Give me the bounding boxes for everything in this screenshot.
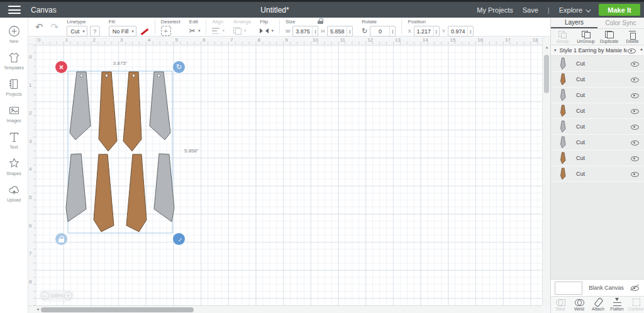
horizontal-scrollbar-thumb[interactable] bbox=[41, 307, 194, 312]
weld-button[interactable]: Weld bbox=[570, 297, 589, 313]
save-link[interactable]: Save bbox=[523, 6, 538, 14]
eye-icon[interactable] bbox=[627, 46, 636, 55]
sidebar-item-text[interactable]: Text bbox=[7, 130, 21, 149]
layer-row[interactable]: Cut bbox=[551, 72, 644, 88]
width-input[interactable]: 3.875 ▴▾ bbox=[292, 26, 318, 37]
canvas-menu-label[interactable]: Canvas bbox=[31, 6, 57, 14]
layer-row[interactable]: Cut bbox=[551, 166, 644, 182]
eye-icon[interactable] bbox=[630, 169, 639, 178]
caret-down-icon[interactable]: ▾ bbox=[198, 28, 201, 33]
chevron-down-icon bbox=[586, 7, 591, 12]
layer-row[interactable]: Cut bbox=[551, 103, 644, 119]
width-stepper[interactable]: ▴▾ bbox=[312, 26, 318, 36]
layer-row[interactable]: Cut bbox=[551, 88, 644, 103]
position-y-input[interactable]: 0.974 ▴▾ bbox=[448, 26, 474, 37]
rotate-input[interactable]: 0 ▴▾ bbox=[370, 26, 396, 37]
eye-icon[interactable] bbox=[630, 106, 639, 115]
hamburger-menu-icon[interactable] bbox=[8, 6, 21, 14]
zoom-out-button[interactable]: − bbox=[41, 292, 49, 300]
eye-icon[interactable] bbox=[630, 91, 639, 100]
position-x-stepper[interactable]: ▴▾ bbox=[433, 26, 439, 36]
resize-selection-handle[interactable]: ↔ bbox=[173, 233, 185, 245]
lock-selection-handle[interactable] bbox=[55, 233, 67, 245]
layer-group-title: Style 1 Earring by Maisie M... bbox=[560, 47, 627, 54]
fill-select[interactable]: No Fill▾ bbox=[109, 26, 136, 37]
sidebar-item-projects[interactable]: Projects bbox=[6, 77, 21, 96]
edit-group: Edit ✂ ▾ bbox=[185, 18, 205, 36]
rotate-stepper[interactable]: ▴▾ bbox=[389, 26, 395, 36]
blank-canvas-row[interactable]: Blank Canvas bbox=[551, 279, 644, 296]
layer-row[interactable]: Cut bbox=[551, 135, 644, 151]
flip-icon[interactable] bbox=[260, 27, 269, 35]
explore-menu[interactable]: Explore bbox=[559, 6, 589, 14]
duplicate-button[interactable]: Duplicate bbox=[597, 29, 621, 45]
layer-row[interactable]: Cut bbox=[551, 119, 644, 135]
lock-aspect-icon[interactable] bbox=[318, 18, 323, 24]
pen-color-icon[interactable] bbox=[139, 26, 149, 37]
deselect-icon[interactable]: + bbox=[161, 26, 171, 36]
panel-bottom-toolbar: SliceWeldAttachFlattenContour bbox=[551, 296, 644, 313]
my-projects-link[interactable]: My Projects bbox=[477, 6, 513, 14]
eye-icon[interactable] bbox=[630, 154, 639, 162]
caret-down-icon: ▾ bbox=[82, 29, 85, 34]
flip-group: Flip ▾ bbox=[255, 18, 278, 36]
layer-group-header[interactable]: ▾ Style 1 Earring by Maisie M... bbox=[551, 45, 644, 56]
sidebar-item-templates[interactable]: Templates bbox=[4, 50, 24, 70]
align-icon bbox=[212, 28, 219, 34]
top-bar-divider: | bbox=[548, 6, 550, 14]
eye-off-icon[interactable] bbox=[630, 283, 639, 292]
rotate-selection-handle[interactable]: ↻ bbox=[173, 61, 185, 73]
canvas-area: 0123456789101112131415161718 0123456789 … bbox=[28, 37, 550, 313]
ruler-number: 6 bbox=[29, 223, 31, 229]
ungroup-button[interactable]: UnGroup bbox=[574, 29, 597, 45]
tab-layers[interactable]: Layers bbox=[551, 18, 597, 28]
linetype-group: Linetype Cut▾ ? bbox=[62, 18, 104, 36]
linetype-select[interactable]: Cut▾ bbox=[67, 26, 87, 37]
arrange-label: Arrange bbox=[233, 19, 251, 25]
scroll-up-icon[interactable]: ▲ bbox=[543, 45, 550, 49]
ruler-number: 4 bbox=[148, 37, 150, 43]
ruler-number: 18 bbox=[533, 37, 538, 43]
undo-button[interactable]: ↶ bbox=[31, 18, 47, 36]
flatten-button[interactable]: Flatten bbox=[608, 297, 626, 313]
tab-color-sync[interactable]: Color Sync bbox=[597, 18, 644, 28]
layer-row[interactable]: Cut bbox=[551, 151, 644, 166]
scroll-left-icon[interactable]: ◄ bbox=[36, 307, 40, 311]
panel-scroll-up-icon[interactable]: ▲ bbox=[640, 47, 643, 51]
vertical-scrollbar[interactable]: ▲ bbox=[542, 37, 550, 305]
sidebar-item-new[interactable]: New bbox=[7, 24, 21, 43]
layer-label: Cut bbox=[576, 60, 630, 67]
horizontal-scrollbar[interactable]: ◄ bbox=[28, 305, 542, 313]
ruler-number: 9 bbox=[285, 37, 287, 43]
align-group: Align ▾ bbox=[208, 18, 229, 36]
height-stepper[interactable]: ▴▾ bbox=[347, 26, 352, 36]
ruler-number: 6 bbox=[203, 37, 205, 43]
scissors-icon[interactable]: ✂ bbox=[189, 26, 196, 35]
eye-icon[interactable] bbox=[630, 122, 639, 131]
vertical-scrollbar-thumb[interactable] bbox=[544, 55, 549, 93]
eye-icon[interactable] bbox=[630, 138, 639, 147]
make-it-button[interactable]: Make It bbox=[599, 4, 640, 16]
height-axis-label: H bbox=[321, 28, 325, 34]
zoom-in-button[interactable]: + bbox=[64, 292, 72, 300]
layer-row[interactable]: Cut bbox=[551, 56, 644, 72]
sidebar-item-shapes[interactable]: Shapes bbox=[6, 156, 21, 176]
delete-selection-handle[interactable]: × bbox=[55, 61, 67, 73]
sidebar-item-label: New bbox=[9, 39, 18, 43]
ruler-number: 8 bbox=[258, 37, 260, 43]
caret-down-icon[interactable]: ▾ bbox=[271, 28, 274, 33]
eye-icon[interactable] bbox=[630, 59, 639, 68]
sidebar-item-images[interactable]: Images bbox=[7, 103, 21, 123]
action-label: Attach bbox=[592, 307, 604, 312]
attach-button[interactable]: Attach bbox=[589, 297, 608, 313]
position-x-input[interactable]: 1.217 ▴▾ bbox=[414, 26, 440, 37]
position-y-stepper[interactable]: ▴▾ bbox=[467, 26, 473, 36]
height-input[interactable]: 5.858 ▴▾ bbox=[327, 26, 353, 37]
redo-button[interactable]: ↷ bbox=[47, 18, 63, 36]
linetype-help-button[interactable]: ? bbox=[90, 26, 100, 37]
canvas-color-swatch[interactable] bbox=[555, 282, 582, 295]
rotate-icon[interactable]: ↻ bbox=[362, 27, 367, 35]
delete-button[interactable]: Delete bbox=[621, 29, 644, 45]
sidebar-item-upload[interactable]: Upload bbox=[7, 183, 21, 202]
eye-icon[interactable] bbox=[630, 75, 639, 84]
